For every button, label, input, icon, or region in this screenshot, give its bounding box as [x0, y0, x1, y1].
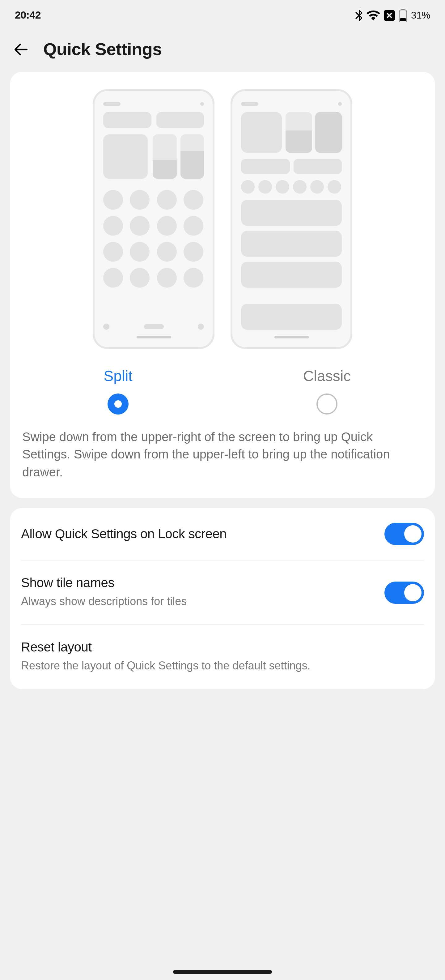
close-box-icon — [384, 10, 395, 21]
setting-tile-names-subtitle: Always show descriptions for tiles — [21, 594, 375, 609]
option-split[interactable]: Split — [20, 368, 216, 415]
settings-card: Allow Quick Settings on Lock screen Show… — [10, 508, 435, 689]
setting-tile-names[interactable]: Show tile names Always show descriptions… — [10, 560, 435, 624]
page-title: Quick Settings — [43, 40, 162, 59]
status-bar: 20:42 31% — [0, 0, 445, 29]
status-icons: 31% — [355, 9, 430, 22]
classic-preview[interactable] — [231, 89, 352, 349]
svg-rect-3 — [400, 18, 406, 21]
setting-reset-subtitle: Restore the layout of Quick Settings to … — [21, 659, 424, 674]
battery-percentage: 31% — [411, 10, 430, 21]
setting-reset-title: Reset layout — [21, 640, 424, 655]
radio-split[interactable] — [108, 393, 128, 415]
option-classic-label: Classic — [303, 368, 351, 385]
back-icon[interactable] — [13, 41, 30, 58]
setting-lock-screen-title: Allow Quick Settings on Lock screen — [21, 527, 375, 541]
setting-tile-names-title: Show tile names — [21, 575, 375, 590]
radio-classic[interactable] — [317, 393, 337, 415]
layout-options: Split Classic — [20, 368, 425, 415]
layout-selection-card: Split Classic Swipe down from the upper-… — [10, 72, 435, 498]
bluetooth-icon — [355, 9, 363, 22]
status-time: 20:42 — [15, 9, 41, 22]
toggle-lock-screen[interactable] — [385, 523, 424, 545]
option-split-label: Split — [103, 368, 132, 385]
split-preview[interactable] — [93, 89, 214, 349]
page-header: Quick Settings — [0, 29, 445, 72]
setting-reset-layout[interactable]: Reset layout Restore the layout of Quick… — [10, 625, 435, 689]
layout-previews — [20, 89, 425, 349]
option-classic[interactable]: Classic — [229, 368, 425, 415]
toggle-tile-names[interactable] — [385, 582, 424, 604]
home-indicator[interactable] — [173, 970, 272, 974]
layout-description: Swipe down from the upper-right of the s… — [20, 428, 425, 481]
battery-icon — [399, 9, 407, 22]
setting-lock-screen[interactable]: Allow Quick Settings on Lock screen — [10, 508, 435, 560]
wifi-icon — [366, 11, 380, 21]
